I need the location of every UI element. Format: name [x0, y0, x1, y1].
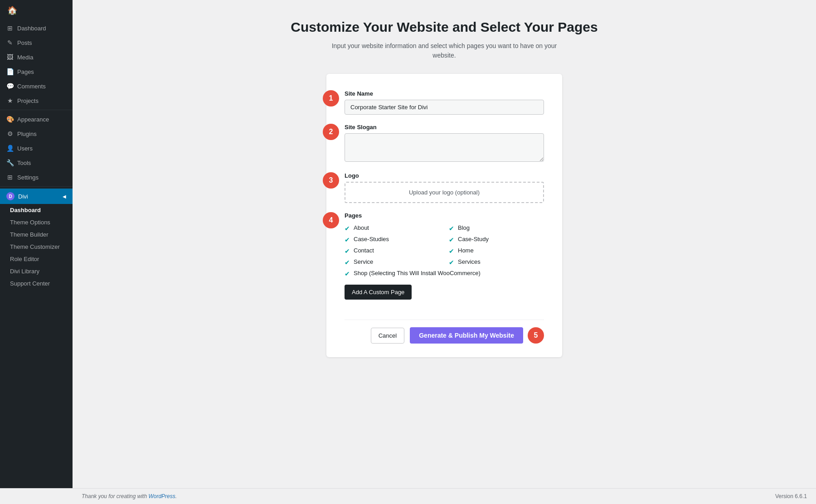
- sidebar-item-dashboard[interactable]: ⊞ Dashboard: [0, 21, 73, 35]
- page-home-checkbox[interactable]: ✔ Home: [449, 247, 544, 255]
- posts-icon: ✎: [6, 39, 14, 46]
- check-case-studies-icon: ✔: [345, 236, 350, 243]
- site-slogan-label: Site Slogan: [345, 124, 544, 131]
- projects-icon: ★: [6, 97, 14, 104]
- check-service-icon: ✔: [345, 259, 350, 266]
- step-4-badge: 4: [323, 212, 339, 228]
- step-3-badge: 3: [323, 172, 339, 189]
- site-name-input[interactable]: [345, 100, 544, 115]
- check-home-icon: ✔: [449, 247, 454, 255]
- footer-version: Version 6.6.1: [775, 493, 807, 499]
- sidebar-item-comments[interactable]: 💬 Comments: [0, 79, 73, 93]
- sidebar-sub-dashboard[interactable]: Dashboard: [0, 204, 73, 216]
- logo-upload-button[interactable]: Upload your logo (optional): [345, 182, 544, 203]
- form-card: 1 Site Name 2 Site Slogan 3 Logo Upload …: [326, 74, 562, 357]
- step-1-badge: 1: [323, 90, 339, 107]
- check-about-icon: ✔: [345, 225, 350, 232]
- comments-icon: 💬: [6, 82, 14, 90]
- site-name-label: Site Name: [345, 90, 544, 97]
- sidebar-sub-role-editor[interactable]: Role Editor: [0, 253, 73, 265]
- logo-section: 3 Logo Upload your logo (optional): [345, 172, 544, 203]
- sidebar-divider: [0, 110, 73, 110]
- page-blog-checkbox[interactable]: ✔ Blog: [449, 224, 544, 232]
- pages-icon: 📄: [6, 68, 14, 75]
- card-footer: Cancel Generate & Publish My Website 5: [345, 320, 544, 344]
- site-slogan-section: 2 Site Slogan: [345, 124, 544, 163]
- check-case-study-icon: ✔: [449, 236, 454, 243]
- settings-icon: ⊞: [6, 174, 14, 181]
- sidebar-item-divi[interactable]: D Divi ◀: [0, 189, 73, 204]
- check-blog-icon: ✔: [449, 225, 454, 232]
- appearance-icon: 🎨: [6, 116, 14, 123]
- sidebar-item-posts[interactable]: ✎ Posts: [0, 35, 73, 50]
- users-icon: 👤: [6, 145, 14, 152]
- page-shop-checkbox[interactable]: ✔ Shop (Selecting This Will Install WooC…: [345, 270, 544, 277]
- site-name-section: 1 Site Name: [345, 90, 544, 115]
- sidebar-sub-divi-library[interactable]: Divi Library: [0, 265, 73, 277]
- footer-left-text: Thank you for creating with WordPress.: [82, 493, 177, 499]
- sidebar-item-media[interactable]: 🖼 Media: [0, 50, 73, 64]
- page-title: Customize Your Website and Select Your P…: [291, 18, 597, 36]
- pages-section: 4 Pages ✔ About ✔ Blog ✔ Case-Studies: [345, 212, 544, 310]
- pages-grid: ✔ About ✔ Blog ✔ Case-Studies ✔ Case-Stu…: [345, 224, 544, 277]
- page-case-studies-checkbox[interactable]: ✔ Case-Studies: [345, 236, 440, 243]
- page-contact-checkbox[interactable]: ✔ Contact: [345, 247, 440, 255]
- sidebar-item-projects[interactable]: ★ Projects: [0, 93, 73, 108]
- check-shop-icon: ✔: [345, 270, 350, 277]
- sidebar-sub-theme-customizer[interactable]: Theme Customizer: [0, 241, 73, 253]
- page-footer: Thank you for creating with WordPress. V…: [0, 488, 816, 504]
- media-icon: 🖼: [6, 53, 14, 61]
- sidebar-divider-2: [0, 186, 73, 187]
- sidebar: 🏠 ⊞ Dashboard ✎ Posts 🖼 Media 📄 Pages 💬 …: [0, 0, 73, 504]
- plugins-icon: ⚙: [6, 130, 14, 137]
- tools-icon: 🔧: [6, 159, 14, 166]
- sidebar-item-settings[interactable]: ⊞ Settings: [0, 170, 73, 184]
- cancel-button[interactable]: Cancel: [371, 328, 404, 344]
- sidebar-sub-theme-options[interactable]: Theme Options: [0, 216, 73, 228]
- sidebar-item-tools[interactable]: 🔧 Tools: [0, 155, 73, 170]
- sidebar-item-pages[interactable]: 📄 Pages: [0, 64, 73, 79]
- sidebar-sub-theme-builder[interactable]: Theme Builder: [0, 228, 73, 241]
- page-case-study-checkbox[interactable]: ✔ Case-Study: [449, 236, 544, 243]
- add-custom-page-button[interactable]: Add A Custom Page: [345, 285, 412, 300]
- page-subtitle: Input your website information and selec…: [331, 41, 558, 60]
- page-about-checkbox[interactable]: ✔ About: [345, 224, 440, 232]
- sidebar-item-appearance[interactable]: 🎨 Appearance: [0, 112, 73, 126]
- main-content: Customize Your Website and Select Your P…: [73, 0, 816, 504]
- divi-arrow-icon: ◀: [63, 194, 66, 199]
- site-slogan-input[interactable]: [345, 133, 544, 162]
- sidebar-item-users[interactable]: 👤 Users: [0, 141, 73, 155]
- pages-label: Pages: [345, 212, 544, 219]
- check-services-icon: ✔: [449, 259, 454, 266]
- generate-publish-button[interactable]: Generate & Publish My Website: [410, 327, 523, 344]
- step-2-badge: 2: [323, 124, 339, 140]
- check-contact-icon: ✔: [345, 247, 350, 255]
- divi-logo-icon: D: [6, 192, 15, 200]
- sidebar-logo: 🏠: [0, 0, 73, 21]
- sidebar-sub-support-center[interactable]: Support Center: [0, 277, 73, 290]
- logo-label: Logo: [345, 172, 544, 179]
- wordpress-link[interactable]: WordPress: [148, 493, 175, 499]
- sidebar-item-plugins[interactable]: ⚙ Plugins: [0, 126, 73, 141]
- page-services-checkbox[interactable]: ✔ Services: [449, 258, 544, 266]
- page-service-checkbox[interactable]: ✔ Service: [345, 258, 440, 266]
- step-5-badge: 5: [528, 327, 544, 344]
- dashboard-icon: ⊞: [6, 24, 14, 32]
